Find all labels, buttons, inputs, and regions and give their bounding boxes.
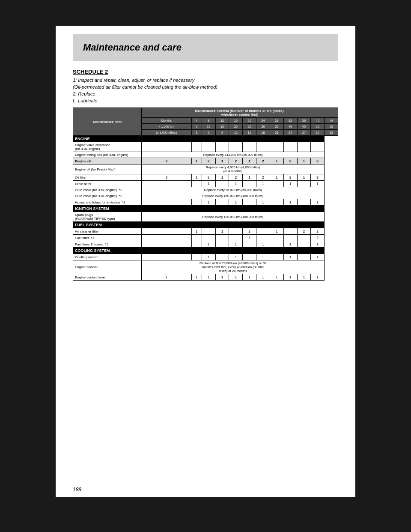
table-row: Drive belts 1 1 1 1 1: [73, 181, 338, 187]
section-ignition: IGNITION SYSTEM: [73, 206, 338, 212]
m8: 32: [283, 118, 297, 124]
m10: 40: [311, 118, 325, 124]
table-row: Engine coolant Replace at first 78,000 k…: [73, 260, 338, 274]
legend-item-3: 2: Replace: [73, 91, 338, 96]
header-bar: Maintenance and care: [73, 34, 338, 61]
col-months-label: Months: [142, 118, 192, 124]
m11: 44: [325, 118, 338, 124]
page-title: Maintenance and care: [83, 42, 328, 53]
section-fuel: FUEL SYSTEM: [73, 222, 338, 228]
maintenance-table: Maintenance Item Maintenance Interval (N…: [73, 108, 338, 281]
m5: 20: [243, 118, 256, 124]
m9: 36: [297, 118, 311, 124]
mi1: 3: [191, 130, 202, 136]
m3: 12: [215, 118, 229, 124]
table-row: Cooling system 1 1 1 1 1: [73, 254, 338, 260]
page-number: 188: [73, 487, 81, 493]
table-row: PCV valve (for 3.0L engine) *1 Replace e…: [73, 193, 338, 199]
mi9: 27: [297, 130, 311, 136]
mi8: 24: [283, 130, 297, 136]
legend-item-2: (Oil-permeated air filter cannot be clea…: [73, 84, 338, 90]
col-header-interval: Maintenance Interval (Number of months o…: [142, 108, 338, 118]
k10: 50: [311, 124, 325, 130]
table-row: Spark plugs(PLATINUM TIPPED type) Replac…: [73, 212, 338, 222]
section-cooling: COOLING SYSTEM: [73, 248, 338, 254]
mi4: 12: [229, 130, 243, 136]
k4: 20: [229, 124, 243, 130]
table-row: Air cleaner filter 1 1 2 1 2 2: [73, 228, 338, 235]
mi5: 15: [243, 130, 256, 136]
table-row: Fuel filter *1 2 2: [73, 235, 338, 241]
k8: 40: [283, 124, 297, 130]
mi6: 18: [256, 130, 270, 136]
m6: 24: [256, 118, 270, 124]
k3: 15: [215, 124, 229, 130]
k11: 55: [325, 124, 338, 130]
m2: 8: [202, 118, 215, 124]
k9: 45: [297, 124, 311, 130]
table-row: Engine timing belt (for 4.0L engine) Rep…: [73, 152, 338, 158]
k2: 10: [202, 124, 215, 130]
mi2: 6: [202, 130, 215, 136]
mi10: 30: [311, 130, 325, 136]
schedule-title: SCHEDULE 2: [73, 69, 338, 75]
table-row: PCV valve (for 3.5L engine) *1 Replace e…: [73, 187, 338, 193]
legend-item-4: L: Lubricate: [73, 98, 338, 103]
table-row: Hoses and tubes for emission *1 1 1 1 1 …: [73, 199, 338, 206]
col-header-item: Maintenance Item: [73, 108, 142, 136]
legend-item-1: 1: Inspect and repair, clean, adjust, or…: [73, 78, 338, 83]
table-row: Fuel lines & hoses *1 1 1 1 1 1: [73, 241, 338, 248]
k7: 35: [270, 124, 283, 130]
table-row: Engine oil (for Precio Man) Replace ever…: [73, 164, 338, 174]
m7: 28: [270, 118, 283, 124]
mi3: 9: [215, 130, 229, 136]
table-row: Engine valve clearance(for 4.0L engine): [73, 142, 338, 152]
m4: 16: [229, 118, 243, 124]
table-row: Engine coolant level 1 1 1 1 1 1 1 1 1 1…: [73, 274, 338, 281]
legend: 1: Inspect and repair, clean, adjust, or…: [73, 78, 338, 103]
table-row: Oil filter 2 1 2 1 2 1 2 1 2 1 2: [73, 174, 338, 181]
mi11: 33: [325, 130, 338, 136]
k6: 30: [256, 124, 270, 130]
table-row: Engine oil 2 1 2 1 2 1 2 1 2 1 2: [73, 158, 338, 164]
m1: 4: [191, 118, 202, 124]
k1: 5: [191, 124, 202, 130]
section-engine: ENGINE: [73, 136, 338, 142]
col-miles-label: (x 1,000 Miles): [142, 130, 192, 136]
mi7: 21: [270, 130, 283, 136]
page: Maintenance and care SCHEDULE 2 1: Inspe…: [56, 26, 355, 497]
col-km-label: x 1,000 km: [142, 124, 192, 130]
k5: 25: [243, 124, 256, 130]
